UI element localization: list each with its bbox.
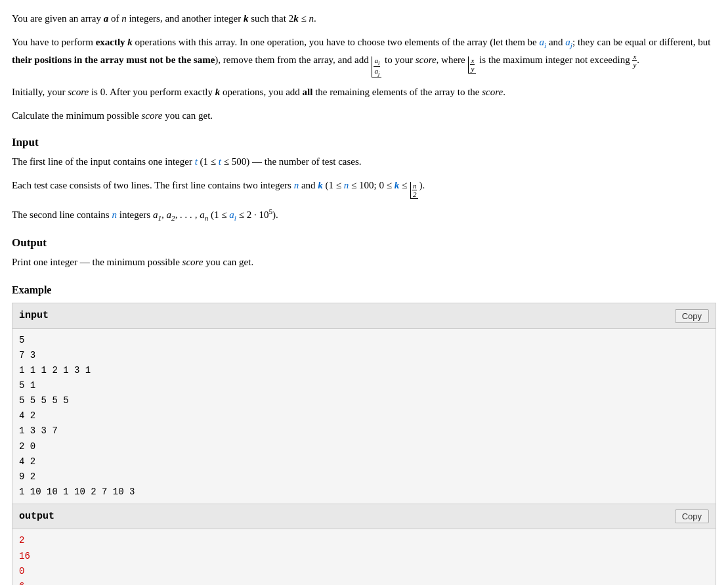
input-title: Input	[12, 133, 716, 152]
score-paragraph: Initially, your score is 0. After you pe…	[12, 84, 716, 101]
floor-expr-1: aiaj	[372, 56, 381, 78]
output-example-box: output Copy 2 16 0 6 16	[12, 504, 716, 585]
input-body: The first line of the input contains one…	[12, 154, 716, 225]
var-k: k	[244, 13, 249, 24]
copy-output-button[interactable]: Copy	[675, 509, 709, 523]
operations-paragraph: You have to perform exactly k operations…	[12, 34, 716, 78]
output-label: output	[19, 508, 54, 525]
output-title: Output	[12, 234, 716, 253]
output-example-header: output Copy	[12, 504, 716, 530]
input-example-header: input Copy	[12, 303, 716, 329]
input-example-box: input Copy 5 7 3 1 1 1 2 1 3 1 5 1 5 5 5…	[12, 303, 716, 504]
output-code: 2 16 0 6 16	[12, 529, 716, 585]
input-code: 5 7 3 1 1 1 2 1 3 1 5 1 5 5 5 5 5 4 2 1 …	[12, 329, 716, 504]
var-n: n	[121, 13, 127, 24]
input-section: Input The first line of the input contai…	[12, 133, 716, 225]
output-body: Print one integer — the minimum possible…	[12, 254, 716, 271]
calculate-paragraph: Calculate the minimum possible score you…	[12, 108, 716, 125]
copy-input-button[interactable]: Copy	[675, 309, 709, 323]
example-section: Example input Copy 5 7 3 1 1 1 2 1 3 1 5…	[12, 281, 716, 585]
intro-paragraph: You are given an array a of n integers, …	[12, 11, 716, 28]
floor-expr-2: xy	[468, 56, 476, 74]
var-a: a	[104, 13, 109, 24]
example-title: Example	[12, 281, 716, 299]
output-section: Output Print one integer — the minimum p…	[12, 234, 716, 271]
input-label: input	[19, 307, 49, 324]
